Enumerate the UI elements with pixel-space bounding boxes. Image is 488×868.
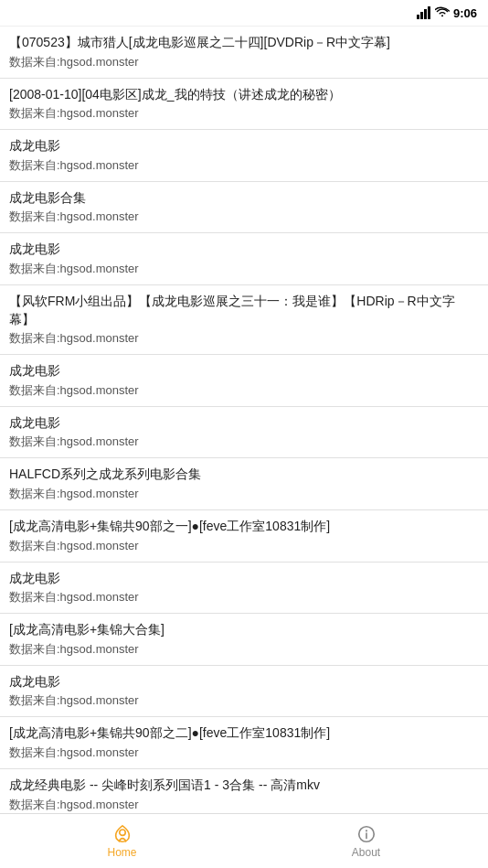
- item-source: 数据来自:hgsod.monster: [9, 434, 479, 450]
- item-source: 数据来自:hgsod.monster: [9, 382, 479, 399]
- list-item[interactable]: 【070523】城市猎人[成龙电影巡展之二十四][DVDRip－R中文字幕]数据…: [0, 27, 488, 79]
- item-source: 数据来自:hgsod.monster: [9, 209, 479, 225]
- item-title: [成龙高清电影+集锦共90部之二]●[feve工作室10831制作]: [9, 724, 479, 743]
- bottom-nav: Home About: [0, 813, 488, 868]
- svg-rect-2: [424, 9, 427, 19]
- list-item[interactable]: 成龙电影数据来自:hgsod.monster: [0, 407, 488, 459]
- svg-rect-3: [428, 6, 430, 19]
- list-item[interactable]: HALFCD系列之成龙系列电影合集数据来自:hgsod.monster: [0, 458, 488, 510]
- item-source: 数据来自:hgsod.monster: [9, 745, 479, 761]
- item-title: [2008-01-10][04电影区]成龙_我的特技（讲述成龙的秘密）: [9, 86, 479, 104]
- nav-home-label: Home: [107, 846, 136, 859]
- svg-point-6: [365, 830, 366, 831]
- list-item[interactable]: 成龙电影数据来自:hgsod.monster: [0, 355, 488, 407]
- list-container: 【070523】城市猎人[成龙电影巡展之二十四][DVDRip－R中文字幕]数据…: [0, 26, 488, 813]
- about-icon: [356, 824, 377, 844]
- svg-point-4: [119, 829, 124, 834]
- item-source: 数据来自:hgsod.monster: [9, 261, 479, 277]
- signal-icon: [417, 6, 431, 19]
- list-item[interactable]: 【风软FRM小组出品】【成龙电影巡展之三十一：我是谁】【HDRip－R中文字幕】…: [0, 285, 488, 355]
- list-item[interactable]: 成龙电影数据来自:hgsod.monster: [0, 233, 488, 285]
- item-title: 【风软FRM小组出品】【成龙电影巡展之三十一：我是谁】【HDRip－R中文字幕】: [9, 293, 479, 328]
- nav-item-home[interactable]: Home: [0, 814, 244, 868]
- wifi-icon: [435, 6, 450, 19]
- nav-about-label: About: [352, 846, 380, 859]
- item-source: 数据来自:hgsod.monster: [9, 330, 479, 347]
- item-title: 成龙电影: [9, 362, 479, 380]
- item-source: 数据来自:hgsod.monster: [9, 486, 479, 502]
- item-title: 【070523】城市猎人[成龙电影巡展之二十四][DVDRip－R中文字幕]: [9, 34, 479, 52]
- item-source: 数据来自:hgsod.monster: [9, 105, 479, 122]
- item-source: 数据来自:hgsod.monster: [9, 157, 479, 174]
- time-display: 9:06: [453, 6, 477, 20]
- item-source: 数据来自:hgsod.monster: [9, 692, 479, 709]
- svg-rect-0: [417, 15, 419, 19]
- list-item[interactable]: [成龙高清电影+集锦共90部之一]●[feve工作室10831制作]数据来自:h…: [0, 510, 488, 563]
- list-item[interactable]: 成龙电影数据来自:hgsod.monster: [0, 666, 488, 718]
- item-source: 数据来自:hgsod.monster: [9, 589, 479, 605]
- nav-item-about[interactable]: About: [244, 814, 488, 868]
- list-item[interactable]: [成龙高清电影+集锦共90部之二]●[feve工作室10831制作]数据来自:h…: [0, 717, 488, 769]
- item-title: 成龙电影: [9, 414, 479, 433]
- item-title: [成龙高清电影+集锦大合集]: [9, 621, 479, 639]
- item-title: HALFCD系列之成龙系列电影合集: [9, 466, 479, 484]
- item-title: 成龙电影: [9, 673, 479, 691]
- list-item[interactable]: 成龙经典电影 -- 尖峰时刻系列国语1 - 3合集 -- 高清mkv数据来自:h…: [0, 769, 488, 813]
- item-title: 成龙经典电影 -- 尖峰时刻系列国语1 - 3合集 -- 高清mkv: [9, 777, 479, 795]
- item-source: 数据来自:hgsod.monster: [9, 797, 479, 813]
- item-title: 成龙电影: [9, 241, 479, 259]
- svg-rect-1: [420, 12, 423, 19]
- list-item[interactable]: 成龙电影合集数据来自:hgsod.monster: [0, 182, 488, 234]
- list-item[interactable]: [2008-01-10][04电影区]成龙_我的特技（讲述成龙的秘密）数据来自:…: [0, 79, 488, 131]
- item-title: 成龙电影: [9, 570, 479, 588]
- home-icon: [112, 824, 133, 844]
- item-source: 数据来自:hgsod.monster: [9, 538, 479, 554]
- item-source: 数据来自:hgsod.monster: [9, 641, 479, 658]
- item-source: 数据来自:hgsod.monster: [9, 54, 479, 70]
- item-title: 成龙电影合集: [9, 189, 479, 208]
- item-title: 成龙电影: [9, 137, 479, 155]
- item-title: [成龙高清电影+集锦共90部之一]●[feve工作室10831制作]: [9, 518, 479, 536]
- list-item[interactable]: 成龙电影数据来自:hgsod.monster: [0, 130, 488, 182]
- status-bar: 9:06: [0, 0, 488, 26]
- list-item[interactable]: 成龙电影数据来自:hgsod.monster: [0, 563, 488, 615]
- list-item[interactable]: [成龙高清电影+集锦大合集]数据来自:hgsod.monster: [0, 614, 488, 666]
